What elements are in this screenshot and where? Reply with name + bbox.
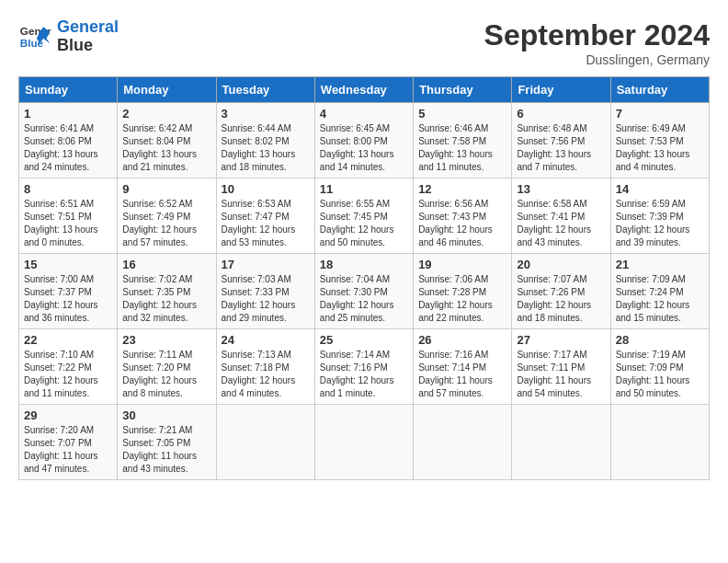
day-info: Sunrise: 7:09 AM Sunset: 7:24 PM Dayligh…: [616, 273, 704, 325]
calendar-day-cell: [610, 405, 709, 480]
calendar-day-cell: 21Sunrise: 7:09 AM Sunset: 7:24 PM Dayli…: [610, 254, 709, 329]
calendar-day-cell: 20Sunrise: 7:07 AM Sunset: 7:26 PM Dayli…: [512, 254, 610, 329]
day-number: 20: [517, 258, 605, 271]
calendar-day-cell: 10Sunrise: 6:53 AM Sunset: 7:47 PM Dayli…: [216, 178, 314, 254]
day-info: Sunrise: 6:52 AM Sunset: 7:49 PM Dayligh…: [122, 198, 210, 249]
calendar-day-cell: 8Sunrise: 6:51 AM Sunset: 7:51 PM Daylig…: [19, 178, 118, 254]
day-number: 6: [517, 107, 605, 121]
calendar-day-cell: 30Sunrise: 7:21 AM Sunset: 7:05 PM Dayli…: [118, 405, 216, 480]
day-info: Sunrise: 6:45 AM Sunset: 8:00 PM Dayligh…: [320, 122, 408, 174]
calendar-day-cell: 1Sunrise: 6:41 AM Sunset: 8:06 PM Daylig…: [19, 103, 118, 178]
calendar-day-cell: 15Sunrise: 7:00 AM Sunset: 7:37 PM Dayli…: [19, 254, 118, 329]
weekday-header-cell: Saturday: [610, 77, 709, 103]
day-info: Sunrise: 6:41 AM Sunset: 8:06 PM Dayligh…: [24, 122, 112, 174]
day-number: 26: [418, 333, 506, 347]
calendar-week-row: 1Sunrise: 6:41 AM Sunset: 8:06 PM Daylig…: [19, 103, 710, 178]
day-number: 16: [122, 258, 210, 271]
day-number: 23: [122, 333, 210, 347]
day-number: 7: [616, 107, 704, 121]
day-info: Sunrise: 6:59 AM Sunset: 7:39 PM Dayligh…: [616, 198, 704, 249]
weekday-header-cell: Tuesday: [216, 77, 314, 103]
calendar-day-cell: 11Sunrise: 6:55 AM Sunset: 7:45 PM Dayli…: [314, 178, 413, 254]
calendar-day-cell: 24Sunrise: 7:13 AM Sunset: 7:18 PM Dayli…: [216, 329, 314, 405]
day-number: 11: [320, 182, 408, 196]
day-info: Sunrise: 7:17 AM Sunset: 7:11 PM Dayligh…: [517, 349, 605, 400]
day-info: Sunrise: 6:42 AM Sunset: 8:04 PM Dayligh…: [122, 122, 210, 174]
weekday-header-cell: Wednesday: [314, 77, 413, 103]
day-number: 13: [517, 182, 605, 196]
calendar-day-cell: 13Sunrise: 6:58 AM Sunset: 7:41 PM Dayli…: [512, 178, 610, 254]
day-info: Sunrise: 6:48 AM Sunset: 7:56 PM Dayligh…: [517, 122, 605, 174]
calendar-day-cell: [216, 405, 314, 480]
calendar-day-cell: 3Sunrise: 6:44 AM Sunset: 8:02 PM Daylig…: [216, 103, 314, 178]
title-block: September 2024 Dusslingen, Germany: [484, 18, 710, 67]
calendar-week-row: 15Sunrise: 7:00 AM Sunset: 7:37 PM Dayli…: [19, 254, 710, 329]
day-number: 9: [122, 182, 210, 196]
weekday-header-cell: Friday: [512, 77, 610, 103]
page-header: General Blue GeneralBlue September 2024 …: [18, 18, 710, 67]
day-info: Sunrise: 6:58 AM Sunset: 7:41 PM Dayligh…: [517, 198, 605, 249]
day-info: Sunrise: 6:51 AM Sunset: 7:51 PM Dayligh…: [24, 198, 112, 249]
calendar-week-row: 22Sunrise: 7:10 AM Sunset: 7:22 PM Dayli…: [19, 329, 710, 405]
calendar-body: 1Sunrise: 6:41 AM Sunset: 8:06 PM Daylig…: [19, 103, 710, 480]
weekday-header-row: SundayMondayTuesdayWednesdayThursdayFrid…: [19, 77, 710, 103]
day-info: Sunrise: 7:06 AM Sunset: 7:28 PM Dayligh…: [418, 273, 506, 325]
day-number: 22: [24, 333, 112, 347]
day-number: 5: [418, 107, 506, 121]
calendar-week-row: 8Sunrise: 6:51 AM Sunset: 7:51 PM Daylig…: [19, 178, 710, 254]
calendar-day-cell: 5Sunrise: 6:46 AM Sunset: 7:58 PM Daylig…: [414, 103, 512, 178]
day-info: Sunrise: 6:56 AM Sunset: 7:43 PM Dayligh…: [418, 198, 506, 249]
calendar-day-cell: 28Sunrise: 7:19 AM Sunset: 7:09 PM Dayli…: [610, 329, 709, 405]
day-number: 10: [222, 182, 310, 196]
day-number: 15: [24, 258, 112, 271]
day-info: Sunrise: 7:00 AM Sunset: 7:37 PM Dayligh…: [24, 273, 112, 325]
day-number: 29: [24, 408, 112, 422]
day-number: 28: [616, 333, 704, 347]
calendar-day-cell: 7Sunrise: 6:49 AM Sunset: 7:53 PM Daylig…: [610, 103, 709, 178]
day-info: Sunrise: 7:03 AM Sunset: 7:33 PM Dayligh…: [222, 273, 310, 325]
day-number: 24: [222, 333, 310, 347]
day-info: Sunrise: 7:07 AM Sunset: 7:26 PM Dayligh…: [517, 273, 605, 325]
day-info: Sunrise: 7:04 AM Sunset: 7:30 PM Dayligh…: [320, 273, 408, 325]
day-number: 12: [418, 182, 506, 196]
calendar-day-cell: 29Sunrise: 7:20 AM Sunset: 7:07 PM Dayli…: [19, 405, 118, 480]
day-number: 19: [418, 258, 506, 271]
calendar-day-cell: 14Sunrise: 6:59 AM Sunset: 7:39 PM Dayli…: [610, 178, 709, 254]
day-number: 4: [320, 107, 408, 121]
day-info: Sunrise: 7:21 AM Sunset: 7:05 PM Dayligh…: [122, 424, 210, 476]
calendar-day-cell: 23Sunrise: 7:11 AM Sunset: 7:20 PM Dayli…: [118, 329, 216, 405]
day-info: Sunrise: 6:53 AM Sunset: 7:47 PM Dayligh…: [222, 198, 310, 249]
logo-text: GeneralBlue: [57, 18, 119, 55]
calendar-day-cell: [314, 405, 413, 480]
calendar-day-cell: 17Sunrise: 7:03 AM Sunset: 7:33 PM Dayli…: [216, 254, 314, 329]
day-number: 1: [24, 107, 112, 121]
weekday-header-cell: Monday: [118, 77, 216, 103]
day-number: 25: [320, 333, 408, 347]
calendar-day-cell: 26Sunrise: 7:16 AM Sunset: 7:14 PM Dayli…: [414, 329, 512, 405]
day-info: Sunrise: 6:55 AM Sunset: 7:45 PM Dayligh…: [320, 198, 408, 249]
calendar-day-cell: 22Sunrise: 7:10 AM Sunset: 7:22 PM Dayli…: [19, 329, 118, 405]
day-number: 14: [616, 182, 704, 196]
calendar-day-cell: [512, 405, 610, 480]
day-number: 8: [24, 182, 112, 196]
day-info: Sunrise: 6:44 AM Sunset: 8:02 PM Dayligh…: [222, 122, 310, 174]
calendar-day-cell: 4Sunrise: 6:45 AM Sunset: 8:00 PM Daylig…: [314, 103, 413, 178]
day-info: Sunrise: 7:13 AM Sunset: 7:18 PM Dayligh…: [222, 349, 310, 400]
day-info: Sunrise: 7:20 AM Sunset: 7:07 PM Dayligh…: [24, 424, 112, 476]
logo: General Blue GeneralBlue: [18, 18, 119, 55]
calendar-week-row: 29Sunrise: 7:20 AM Sunset: 7:07 PM Dayli…: [19, 405, 710, 480]
calendar-day-cell: 19Sunrise: 7:06 AM Sunset: 7:28 PM Dayli…: [414, 254, 512, 329]
calendar-day-cell: [414, 405, 512, 480]
weekday-header-cell: Thursday: [414, 77, 512, 103]
calendar-day-cell: 9Sunrise: 6:52 AM Sunset: 7:49 PM Daylig…: [118, 178, 216, 254]
logo-icon: General Blue: [18, 20, 51, 53]
day-number: 2: [122, 107, 210, 121]
location-subtitle: Dusslingen, Germany: [484, 52, 710, 67]
calendar-table: SundayMondayTuesdayWednesdayThursdayFrid…: [18, 76, 710, 480]
day-number: 21: [616, 258, 704, 271]
day-number: 18: [320, 258, 408, 271]
day-number: 30: [122, 408, 210, 422]
day-info: Sunrise: 6:49 AM Sunset: 7:53 PM Dayligh…: [616, 122, 704, 174]
day-info: Sunrise: 7:02 AM Sunset: 7:35 PM Dayligh…: [122, 273, 210, 325]
calendar-day-cell: 16Sunrise: 7:02 AM Sunset: 7:35 PM Dayli…: [118, 254, 216, 329]
